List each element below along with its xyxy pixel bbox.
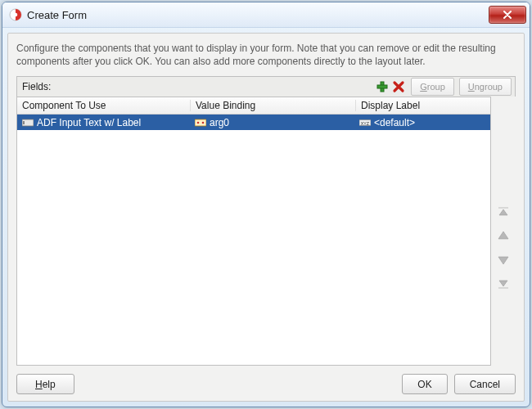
- app-icon: [9, 8, 22, 21]
- col-component[interactable]: Component To Use: [17, 100, 191, 111]
- window-title: Create Form: [27, 9, 489, 21]
- cell-component-text: ADF Input Text w/ Label: [37, 117, 141, 128]
- cell-binding-text: arg0: [210, 117, 229, 128]
- svg-rect-6: [195, 119, 206, 126]
- table-row[interactable]: ADF Input Text w/ Label arg0: [17, 115, 490, 130]
- cell-label-text: <default>: [374, 117, 415, 128]
- move-up-button: [494, 227, 512, 245]
- table-header: Component To Use Value Binding Display L…: [17, 97, 490, 115]
- col-label[interactable]: Display Label: [356, 100, 490, 111]
- add-icon[interactable]: [375, 79, 390, 94]
- dialog-footer: Help OK Cancel: [16, 366, 516, 394]
- svg-point-8: [202, 122, 205, 124]
- table-body: ADF Input Text w/ Label arg0: [17, 115, 490, 365]
- close-button[interactable]: [489, 6, 526, 24]
- label-icon: XYZ: [359, 118, 371, 128]
- svg-text:XYZ: XYZ: [361, 121, 370, 126]
- dialog-description: Configure the components that you want t…: [16, 42, 516, 68]
- input-text-icon: [22, 118, 34, 128]
- svg-point-1: [14, 13, 18, 17]
- fields-table[interactable]: Component To Use Value Binding Display L…: [16, 97, 491, 366]
- dialog-window: Create Form Configure the components tha…: [2, 2, 530, 407]
- svg-point-7: [197, 122, 200, 124]
- cell-label[interactable]: XYZ <default>: [354, 117, 490, 128]
- col-binding[interactable]: Value Binding: [191, 100, 356, 111]
- delete-icon[interactable]: [391, 79, 406, 94]
- cell-component[interactable]: ADF Input Text w/ Label: [17, 117, 190, 128]
- fields-main: Component To Use Value Binding Display L…: [16, 97, 516, 366]
- titlebar: Create Form: [2, 2, 530, 28]
- cell-binding[interactable]: arg0: [190, 117, 354, 128]
- fields-label: Fields:: [22, 81, 373, 92]
- help-button[interactable]: Help: [16, 374, 74, 394]
- ok-button[interactable]: OK: [402, 374, 447, 394]
- cancel-button[interactable]: Cancel: [454, 374, 516, 394]
- dialog-body: Configure the components that you want t…: [7, 33, 525, 402]
- move-bottom-button: [494, 276, 512, 294]
- fields-toolbar: Fields: Group Ungroup: [16, 76, 516, 97]
- move-down-button: [494, 251, 512, 269]
- move-top-button: [494, 202, 512, 220]
- ungroup-button: Ungroup: [459, 78, 512, 96]
- binding-icon: [195, 118, 206, 128]
- reorder-controls: [491, 97, 516, 366]
- group-button: Group: [411, 78, 454, 96]
- svg-rect-3: [377, 85, 387, 88]
